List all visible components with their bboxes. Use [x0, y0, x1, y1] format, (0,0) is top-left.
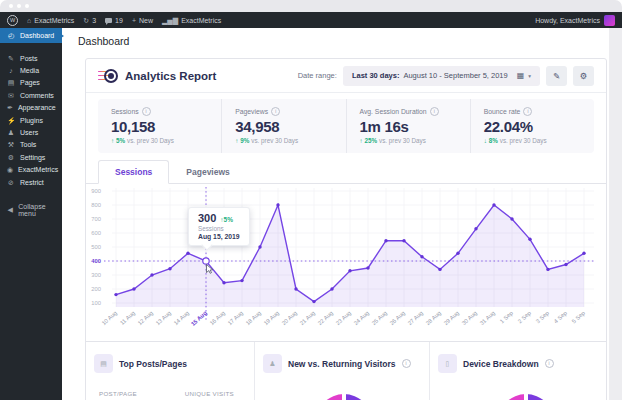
- data-point[interactable]: [294, 287, 297, 290]
- sidebar-item-media[interactable]: ♪Media: [0, 64, 62, 76]
- data-point[interactable]: [258, 245, 261, 248]
- admin-bar-account[interactable]: Howdy, ExactMetrics: [535, 15, 615, 26]
- sidebar-item-posts[interactable]: ✎Posts: [0, 52, 62, 64]
- stat-label-text: Sessions: [111, 108, 139, 115]
- sidebar-item-restrict[interactable]: ⊘Restrict: [0, 176, 62, 188]
- arrow-down-icon: ↓ 8%: [484, 137, 498, 144]
- sidebar-item-settings[interactable]: ⚙Settings: [0, 151, 62, 163]
- data-point[interactable]: [546, 268, 549, 271]
- data-point[interactable]: [510, 217, 513, 220]
- chart-plot[interactable]: [104, 185, 596, 325]
- widget-header: ▯Device Breakdowni: [438, 354, 606, 373]
- window-control-dot[interactable]: [17, 4, 21, 8]
- data-point[interactable]: [330, 287, 333, 290]
- sidebar-item-users[interactable]: ♟Users: [0, 126, 62, 138]
- y-axis-tick: 100: [86, 300, 101, 306]
- arrow-up-icon: ↑ 5%: [111, 137, 125, 144]
- data-point[interactable]: [456, 252, 459, 255]
- tab-pageviews[interactable]: Pageviews: [169, 160, 246, 184]
- sidebar-item-label: Plugins: [20, 117, 43, 124]
- window-control-dot[interactable]: [25, 4, 29, 8]
- info-icon[interactable]: i: [523, 107, 532, 116]
- window-control-dot[interactable]: [9, 4, 13, 8]
- admin-bar-item-label: New: [139, 17, 153, 24]
- stat-value: 34,958: [235, 118, 345, 135]
- y-axis-tick: 900: [86, 188, 101, 194]
- visitors-icon: ♟: [269, 360, 275, 367]
- data-point[interactable]: [114, 293, 117, 296]
- info-icon[interactable]: i: [430, 107, 439, 116]
- sidebar-item-label: Restrict: [20, 179, 44, 186]
- data-point[interactable]: [438, 268, 441, 271]
- data-point[interactable]: [150, 273, 153, 276]
- stat-compare: vs. prev 30 Days: [127, 137, 174, 144]
- stat-compare: vs. prev 30 Days: [251, 137, 298, 144]
- data-point[interactable]: [276, 203, 279, 206]
- admin-bar-item-19[interactable]: 19: [105, 17, 123, 24]
- pie-chart[interactable]: [316, 394, 372, 400]
- tab-sessions[interactable]: Sessions: [98, 160, 169, 184]
- admin-bar-item-exactmetrics[interactable]: ⌂ExactMetrics: [27, 17, 74, 24]
- settings-button[interactable]: ⚙: [573, 66, 594, 86]
- hovered-data-point[interactable]: [203, 258, 209, 264]
- widget-header: ♟New vs. Returning Visitorsi: [263, 354, 429, 373]
- stat-bounce-rate: Bounce ratei22.04%↓ 8%vs. prev 30 Days: [470, 99, 594, 153]
- sidebar-item-plugins[interactable]: ⚡Plugins: [0, 114, 62, 126]
- widget-header: ▤Top Posts/Pages: [94, 354, 254, 373]
- admin-bar-item-label: 19: [115, 17, 123, 24]
- info-icon[interactable]: i: [271, 107, 280, 116]
- wordpress-logo-icon[interactable]: W: [7, 15, 18, 26]
- stat-label-text: Pageviews: [235, 108, 268, 115]
- admin-bar-item-new[interactable]: +New: [132, 17, 153, 24]
- update-icon: ↻: [83, 17, 89, 24]
- data-point[interactable]: [168, 267, 171, 270]
- data-point[interactable]: [348, 269, 351, 272]
- admin-bar-item-exactmetrics[interactable]: ▂▅▇ExactMetrics: [162, 17, 221, 24]
- sidebar-item-label: Settings: [20, 154, 45, 161]
- dashboard-icon: ◴: [7, 32, 15, 39]
- info-icon[interactable]: i: [142, 107, 151, 116]
- browser-window: W ⌂ExactMetrics↻319+New▂▅▇ExactMetrics H…: [0, 0, 622, 400]
- tooltip-delta: ↑5%: [220, 216, 233, 223]
- gear-icon: ⚙: [580, 71, 588, 81]
- data-point[interactable]: [420, 255, 423, 258]
- widget-icon-chip: ♟: [263, 354, 282, 373]
- data-point[interactable]: [402, 239, 405, 242]
- scrollbar-track[interactable]: [609, 28, 622, 400]
- sidebar-item-comments[interactable]: ✉Comments: [0, 89, 62, 101]
- data-point[interactable]: [240, 279, 243, 282]
- sidebar-item-appearance[interactable]: ✒Appearance: [0, 102, 62, 114]
- data-point[interactable]: [528, 238, 531, 241]
- sidebar-item-exactmetrics[interactable]: ◉ExactMetrics: [0, 164, 62, 176]
- data-point[interactable]: [132, 287, 135, 290]
- edit-button[interactable]: ✎: [546, 66, 567, 86]
- sessions-line-chart[interactable]: 10020030040050060070080090010 Aug11 Aug1…: [86, 185, 608, 341]
- sidebar-item-dashboard[interactable]: ◴Dashboard: [0, 28, 62, 43]
- date-range-picker[interactable]: Last 30 days: August 10 - September 5, 2…: [343, 66, 540, 86]
- admin-bar-item-3[interactable]: ↻3: [83, 17, 96, 24]
- sidebar-item-pages[interactable]: ▤Pages: [0, 77, 62, 89]
- pie-chart[interactable]: [498, 394, 554, 400]
- column-header: POST/PAGE: [99, 390, 137, 397]
- stat-value: 1m 16s: [360, 118, 470, 135]
- data-point[interactable]: [312, 300, 315, 303]
- info-icon[interactable]: i: [545, 359, 554, 368]
- sidebar-item-tools[interactable]: ⚒Tools: [0, 139, 62, 151]
- window-chrome-bar: [0, 0, 622, 12]
- sidebar-collapse-menu[interactable]: ◀Collapse menu: [0, 203, 62, 215]
- stat-compare: vs. prev 30 Days: [379, 137, 426, 144]
- data-point[interactable]: [384, 239, 387, 242]
- report-title: Analytics Report: [125, 70, 216, 82]
- data-point[interactable]: [474, 227, 477, 230]
- data-point[interactable]: [366, 266, 369, 269]
- user-avatar[interactable]: [604, 15, 615, 26]
- pages-icon: ▤: [7, 79, 15, 86]
- info-icon[interactable]: i: [402, 359, 411, 368]
- data-point[interactable]: [492, 203, 495, 206]
- sidebar-item-label: Users: [20, 129, 38, 136]
- data-point[interactable]: [582, 252, 585, 255]
- stat-label: Pageviewsi: [235, 107, 345, 116]
- data-point[interactable]: [186, 252, 189, 255]
- data-point[interactable]: [222, 281, 225, 284]
- data-point[interactable]: [564, 263, 567, 266]
